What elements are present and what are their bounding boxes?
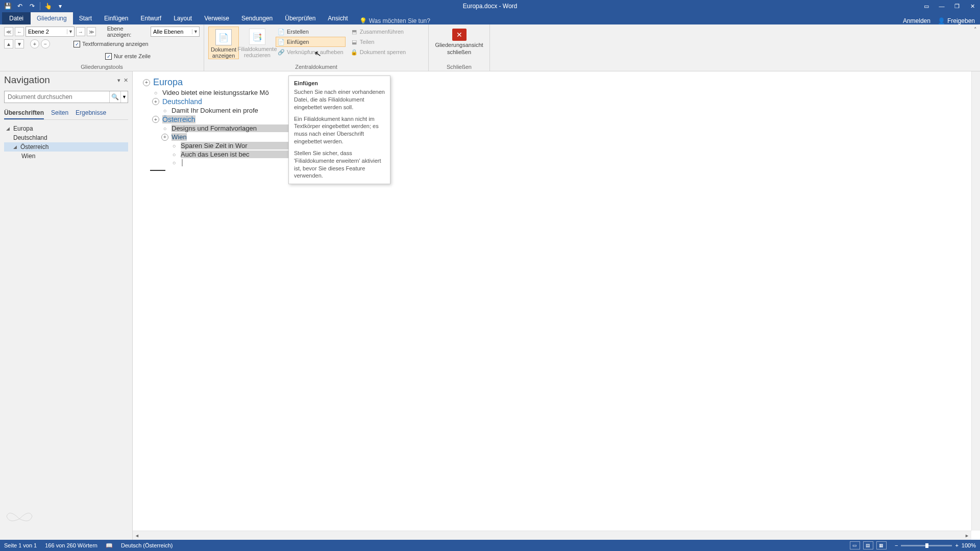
collapse-subdocs-button: 📑 Filialdokumente reduzieren — [242, 27, 273, 58]
minimize-button[interactable]: — — [934, 0, 949, 12]
nav-tab-results[interactable]: Ergebnisse — [76, 109, 106, 119]
status-word-count[interactable]: 166 von 260 Wörtern — [45, 542, 97, 548]
move-down-button[interactable]: ▼ — [15, 39, 24, 48]
ribbon-group-label: Schließen — [433, 63, 485, 70]
tab-view[interactable]: Ansicht — [322, 12, 354, 24]
show-level-input[interactable] — [151, 29, 192, 35]
main-area: Navigation ▾ ✕ 🔍 ▼ Überschriften Seiten … — [0, 71, 980, 540]
show-formatting-label: Textformatierung anzeigen — [82, 41, 149, 47]
restore-button[interactable]: ❐ — [949, 0, 965, 12]
zoom-thumb[interactable] — [925, 543, 928, 548]
demote-button[interactable]: → — [76, 27, 85, 36]
dropdown-icon[interactable]: ▼ — [192, 29, 199, 34]
nav-tab-pages[interactable]: Seiten — [51, 109, 68, 119]
view-print-layout-button[interactable]: ▤ — [863, 541, 873, 549]
document-area[interactable]: +Europa ○Video bietet eine leistungsstar… — [133, 71, 980, 540]
tell-me-search[interactable]: 💡 Was möchten Sie tun? — [359, 17, 430, 24]
zoom-slider[interactable] — [901, 545, 952, 546]
qat-separator — [40, 2, 40, 10]
promote-button[interactable]: ← — [15, 27, 24, 36]
tab-layout[interactable]: Layout — [167, 12, 198, 24]
dropdown-icon[interactable]: ▼ — [67, 29, 74, 34]
create-subdoc-button[interactable]: 📄 Erstellen — [276, 27, 346, 37]
first-line-only-checkbox[interactable]: ✓ Nur erste Zeile — [105, 52, 151, 61]
close-outline-view-button[interactable]: ✕ Gliederungsansicht schließen — [434, 27, 485, 55]
collapse-button[interactable]: − — [41, 39, 50, 48]
close-window-button[interactable]: ✕ — [965, 0, 980, 12]
qat-customize-button[interactable]: ▾ — [55, 1, 66, 11]
navtree-label: Deutschland — [13, 134, 47, 141]
lightbulb-icon: 💡 — [359, 17, 367, 24]
tab-insert[interactable]: Einfügen — [98, 12, 134, 24]
collapse-twisty-icon[interactable]: ◢ — [6, 126, 11, 131]
save-button[interactable]: 💾 — [2, 1, 13, 11]
tab-references[interactable]: Verweise — [198, 12, 235, 24]
show-formatting-checkbox[interactable]: ✓ Textformatierung anzeigen — [74, 39, 149, 48]
nav-search-input[interactable] — [5, 91, 109, 103]
demote-to-body-button[interactable]: ≫ — [87, 27, 96, 36]
insert-subdoc-button[interactable]: 📄 Einfügen — [276, 37, 346, 47]
expand-button[interactable]: + — [30, 39, 39, 48]
expand-marker-icon[interactable]: + — [143, 79, 150, 86]
ribbon-display-options-button[interactable]: ▭ — [919, 0, 934, 12]
horizontal-scrollbar[interactable]: ◄ ► — [133, 531, 971, 540]
scroll-right-button[interactable]: ► — [963, 531, 971, 540]
navtree-item-europa[interactable]: ◢ Europa — [4, 124, 128, 133]
ribbon-group-close: ✕ Gliederungsansicht schließen Schließen — [429, 24, 490, 71]
navtree-item-deutschland[interactable]: Deutschland — [4, 133, 128, 142]
expand-marker-icon[interactable]: + — [161, 134, 168, 141]
nav-headings-tree: ◢ Europa Deutschland ◢ Österreich Wien — [4, 124, 128, 161]
status-page[interactable]: Seite 1 von 1 — [4, 542, 37, 548]
navigation-title: Navigation — [4, 74, 50, 86]
zoom-out-button[interactable]: − — [895, 542, 898, 548]
navpane-close-button[interactable]: ✕ — [124, 77, 128, 84]
outline-heading-3-selected[interactable]: Wien — [172, 133, 187, 141]
outline-content: +Europa ○Video bietet eine leistungsstar… — [133, 71, 980, 176]
end-of-document-marker — [150, 170, 165, 171]
tab-outlining[interactable]: Gliederung — [31, 12, 73, 24]
status-proofing-icon[interactable]: 📖 — [106, 542, 113, 549]
touch-mode-button[interactable]: 👆 — [42, 1, 54, 11]
show-document-button[interactable]: 📄 Dokument anzeigen — [208, 27, 239, 59]
expand-marker-icon[interactable]: + — [152, 98, 159, 105]
vertical-scrollbar[interactable] — [971, 71, 980, 531]
show-level-combo[interactable]: ▼ — [151, 27, 200, 37]
split-subdoc-button: ⬓ Teilen — [349, 37, 408, 47]
outline-level-combo[interactable]: ▼ — [26, 27, 75, 37]
view-web-layout-button[interactable]: ▦ — [876, 541, 887, 549]
outline-heading-2-selected[interactable]: Österreich — [162, 115, 195, 123]
tab-review[interactable]: Überprüfen — [279, 12, 322, 24]
tell-me-placeholder: Was möchten Sie tun? — [369, 17, 430, 24]
tab-design[interactable]: Entwurf — [134, 12, 167, 24]
expand-marker-icon[interactable]: + — [152, 116, 159, 123]
undo-button[interactable]: ↶ — [14, 1, 26, 11]
outline-heading-2[interactable]: Deutschland — [162, 97, 202, 106]
nav-tab-headings[interactable]: Überschriften — [4, 109, 44, 119]
search-icon[interactable]: 🔍 — [109, 91, 120, 103]
zoom-in-button[interactable]: + — [955, 542, 958, 548]
view-read-mode-button[interactable]: ▭ — [850, 541, 860, 549]
collapse-subdocs-label: Filialdokumente reduzieren — [237, 46, 277, 58]
tab-file[interactable]: Datei — [2, 12, 31, 24]
search-dropdown-button[interactable]: ▼ — [120, 91, 128, 103]
share-button[interactable]: 👤 Freigeben — [938, 17, 975, 24]
move-up-button[interactable]: ▲ — [4, 39, 13, 48]
collapse-ribbon-button[interactable]: ˄ — [974, 27, 977, 33]
scroll-left-button[interactable]: ◄ — [133, 531, 141, 540]
outline-heading-1[interactable]: Europa — [153, 77, 183, 88]
redo-button[interactable]: ↷ — [27, 1, 38, 11]
status-language[interactable]: Deutsch (Österreich) — [121, 542, 173, 548]
signin-button[interactable]: Anmelden — [903, 17, 930, 24]
tab-mailings[interactable]: Sendungen — [235, 12, 279, 24]
navtree-item-wien[interactable]: Wien — [4, 152, 128, 161]
account-area: Anmelden 👤 Freigeben — [903, 17, 980, 24]
zoom-level-label[interactable]: 100% — [962, 542, 976, 548]
promote-to-heading1-button[interactable]: ≪ — [4, 27, 13, 36]
close-outline-label-2: schließen — [447, 49, 471, 55]
nav-search-box[interactable]: 🔍 ▼ — [4, 91, 128, 103]
navpane-dropdown-button[interactable]: ▾ — [117, 77, 120, 84]
tab-start[interactable]: Start — [73, 12, 98, 24]
collapse-twisty-icon[interactable]: ◢ — [13, 144, 18, 149]
navtree-item-oesterreich[interactable]: ◢ Österreich — [4, 142, 128, 152]
outline-level-input[interactable] — [26, 29, 67, 35]
